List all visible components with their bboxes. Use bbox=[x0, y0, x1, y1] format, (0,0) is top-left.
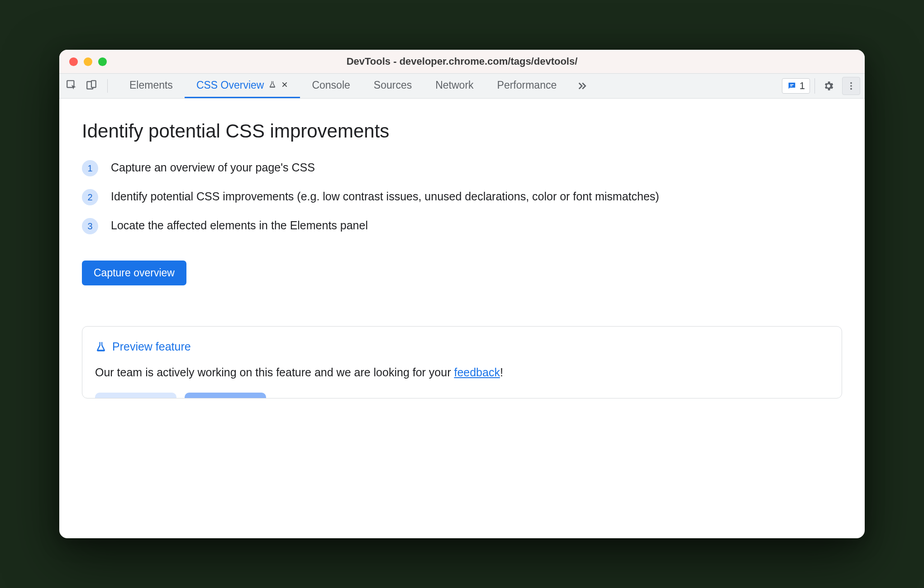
preview-feature-card: Preview feature Our team is actively wor… bbox=[82, 326, 842, 398]
tab-label: Sources bbox=[374, 79, 412, 91]
panel-content: Identify potential CSS improvements 1 Ca… bbox=[59, 99, 865, 538]
tab-label: Elements bbox=[129, 79, 173, 91]
toolbar-right: 1 bbox=[782, 74, 865, 98]
step-text: Capture an overview of your page's CSS bbox=[111, 159, 315, 176]
tab-console[interactable]: Console bbox=[300, 74, 362, 98]
window-close-button[interactable] bbox=[69, 57, 78, 66]
tab-label: Network bbox=[435, 79, 473, 91]
step-number: 2 bbox=[82, 189, 98, 205]
tab-css-overview[interactable]: CSS Overview bbox=[185, 74, 300, 98]
preview-header: Preview feature bbox=[95, 340, 829, 353]
preview-body: Our team is actively working on this fea… bbox=[95, 366, 829, 379]
tab-label: Console bbox=[312, 79, 350, 91]
panel-tabs: Elements CSS Overview Console Sources Ne… bbox=[118, 74, 568, 98]
step-text: Identify potential CSS improvements (e.g… bbox=[111, 188, 659, 205]
settings-button[interactable] bbox=[819, 77, 838, 95]
issues-count: 1 bbox=[800, 80, 805, 92]
thumbnail[interactable] bbox=[185, 393, 266, 398]
page-heading: Identify potential CSS improvements bbox=[82, 120, 842, 142]
svg-point-6 bbox=[850, 85, 852, 87]
toolbar-left bbox=[59, 74, 118, 98]
tab-performance[interactable]: Performance bbox=[486, 74, 569, 98]
issues-badge[interactable]: 1 bbox=[782, 78, 810, 94]
experimental-icon bbox=[268, 79, 276, 91]
preview-thumbnails bbox=[95, 393, 829, 398]
step-item: 2 Identify potential CSS improvements (e… bbox=[82, 188, 842, 205]
step-item: 1 Capture an overview of your page's CSS bbox=[82, 159, 842, 176]
toolbar: Elements CSS Overview Console Sources Ne… bbox=[59, 73, 865, 99]
tab-label: Performance bbox=[497, 79, 557, 91]
window-minimize-button[interactable] bbox=[84, 57, 92, 66]
more-tabs-button[interactable] bbox=[568, 74, 595, 98]
tab-label: CSS Overview bbox=[196, 79, 264, 91]
beaker-icon bbox=[95, 341, 107, 353]
tab-network[interactable]: Network bbox=[424, 74, 485, 98]
divider bbox=[814, 78, 815, 94]
preview-body-pre: Our team is actively working on this fea… bbox=[95, 366, 454, 379]
traffic-lights bbox=[59, 57, 107, 66]
titlebar: DevTools - developer.chrome.com/tags/dev… bbox=[59, 50, 865, 73]
svg-rect-4 bbox=[790, 85, 792, 86]
preview-body-post: ! bbox=[500, 366, 503, 379]
feedback-link[interactable]: feedback bbox=[454, 366, 500, 379]
steps-list: 1 Capture an overview of your page's CSS… bbox=[82, 159, 842, 234]
close-tab-icon[interactable] bbox=[281, 80, 288, 90]
kebab-icon bbox=[846, 81, 856, 91]
step-number: 3 bbox=[82, 218, 98, 234]
step-item: 3 Locate the affected elements in the El… bbox=[82, 217, 842, 234]
preview-title: Preview feature bbox=[112, 340, 191, 353]
device-toggle-icon[interactable] bbox=[86, 79, 97, 93]
step-text: Locate the affected elements in the Elem… bbox=[111, 217, 368, 234]
step-number: 1 bbox=[82, 160, 98, 176]
capture-overview-button[interactable]: Capture overview bbox=[82, 261, 186, 285]
devtools-window: DevTools - developer.chrome.com/tags/dev… bbox=[59, 50, 865, 538]
thumbnail[interactable] bbox=[95, 393, 176, 398]
inspect-element-icon[interactable] bbox=[66, 79, 77, 93]
divider bbox=[107, 79, 108, 93]
svg-point-5 bbox=[850, 82, 852, 84]
issues-icon bbox=[787, 81, 797, 91]
svg-rect-3 bbox=[790, 84, 793, 85]
tab-sources[interactable]: Sources bbox=[362, 74, 424, 98]
window-title: DevTools - developer.chrome.com/tags/dev… bbox=[59, 56, 865, 67]
tab-elements[interactable]: Elements bbox=[118, 74, 185, 98]
svg-point-7 bbox=[850, 88, 852, 90]
more-options-button[interactable] bbox=[842, 77, 860, 95]
window-zoom-button[interactable] bbox=[98, 57, 107, 66]
gear-icon bbox=[823, 80, 834, 92]
svg-rect-2 bbox=[91, 81, 96, 87]
